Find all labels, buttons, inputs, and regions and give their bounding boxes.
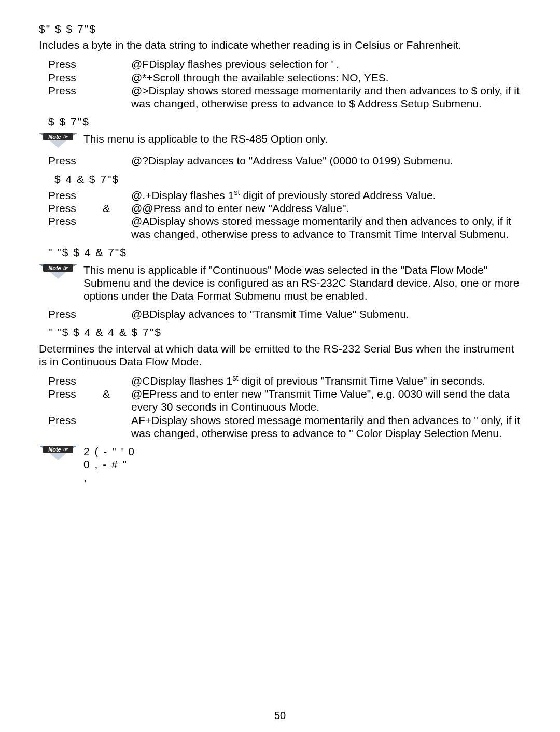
heading-address-setup: $ $ 7"$ bbox=[48, 115, 521, 128]
note-icon: Note ☞ bbox=[39, 133, 77, 149]
note-icon: Note ☞ bbox=[39, 264, 77, 280]
heading-celsius-fahrenheit: $" $ $ 7"$ bbox=[39, 22, 521, 35]
step-row: Press @BDisplay advances to "Transmit Ti… bbox=[48, 307, 521, 320]
press-label: Press bbox=[48, 154, 131, 167]
svg-text:Note ☞: Note ☞ bbox=[48, 265, 68, 271]
step-row: Press AF+Display shows stored message mo… bbox=[48, 414, 521, 440]
heading-address-value: $ 4 & $ 7"$ bbox=[54, 173, 521, 186]
note-rs485: Note ☞ This menu is applicable to the RS… bbox=[39, 132, 521, 149]
press-label: Press bbox=[48, 202, 103, 215]
heading-transmit-interval: " "$ $ 4 & 7"$ bbox=[48, 246, 521, 259]
note-text: 2 ( - " ' 0 0 , - # " , bbox=[83, 445, 521, 484]
press-desc: AF+Display shows stored message momentar… bbox=[131, 414, 521, 440]
note-bottom: Note ☞ 2 ( - " ' 0 0 , - # " , bbox=[39, 445, 521, 484]
press-desc: @?Display advances to "Address Value" (0… bbox=[131, 154, 521, 167]
step-row: Press & @@Press and to enter new "Addres… bbox=[48, 202, 521, 215]
step-row: Press & @EPress and to enter new "Transm… bbox=[48, 387, 521, 413]
steps-sec3: Press @.+Display flashes 1st digit of pr… bbox=[48, 189, 521, 241]
press-desc: @.+Display flashes 1st digit of previous… bbox=[131, 189, 521, 202]
press-label: Press bbox=[48, 58, 131, 71]
step-row: Press @FDisplay flashes previous selecti… bbox=[48, 58, 521, 71]
note-continuous: Note ☞ This menu is applicable if "Conti… bbox=[39, 263, 521, 303]
press-label: Press bbox=[48, 71, 131, 84]
press-label: Press bbox=[48, 374, 103, 387]
press-and: & bbox=[103, 387, 131, 400]
press-label: Press bbox=[48, 215, 103, 228]
svg-text:Note ☞: Note ☞ bbox=[48, 446, 68, 453]
note-icon: Note ☞ bbox=[39, 446, 77, 461]
note-text: This menu is applicable if "Continuous" … bbox=[83, 263, 521, 303]
press-desc: @CDisplay flashes 1st digit of previous … bbox=[131, 374, 521, 387]
press-and: & bbox=[103, 202, 131, 215]
press-desc: @*+Scroll through the available selectio… bbox=[131, 71, 521, 84]
step-row: Press @ADisplay shows stored message mom… bbox=[48, 215, 521, 241]
step-row: Press @?Display advances to "Address Val… bbox=[48, 154, 521, 167]
press-desc: @>Display shows stored message momentari… bbox=[131, 84, 521, 110]
note-text: This menu is applicable to the RS-485 Op… bbox=[83, 132, 521, 145]
intro-celsius-fahrenheit: Includes a byte in the data string to in… bbox=[39, 38, 521, 51]
press-desc: @FDisplay flashes previous selection for… bbox=[131, 58, 521, 71]
step-row: Press @*+Scroll through the available se… bbox=[48, 71, 521, 84]
step-row: Press @.+Display flashes 1st digit of pr… bbox=[48, 189, 521, 202]
press-desc: @BDisplay advances to "Transmit Time Val… bbox=[131, 307, 521, 320]
press-desc: @ADisplay shows stored message momentari… bbox=[131, 215, 521, 241]
steps-sec5: Press @CDisplay flashes 1st digit of pre… bbox=[48, 374, 521, 440]
press-desc: @@Press and to enter new "Address Value"… bbox=[131, 202, 521, 215]
step-row: Press @>Display shows stored message mom… bbox=[48, 84, 521, 110]
steps-sec4: Press @BDisplay advances to "Transmit Ti… bbox=[48, 307, 521, 320]
page-number: 50 bbox=[0, 709, 560, 722]
steps-sec2: Press @?Display advances to "Address Val… bbox=[48, 154, 521, 167]
press-label: Press bbox=[48, 414, 103, 427]
svg-text:Note ☞: Note ☞ bbox=[48, 134, 68, 140]
step-row: Press @CDisplay flashes 1st digit of pre… bbox=[48, 374, 521, 387]
heading-transmit-value: " "$ $ 4 & 4 & $ 7"$ bbox=[48, 326, 521, 339]
press-label: Press bbox=[48, 189, 103, 202]
intro-transmit-value: Determines the interval at which data wi… bbox=[39, 342, 521, 368]
press-label: Press bbox=[48, 307, 131, 320]
steps-sec1: Press @FDisplay flashes previous selecti… bbox=[48, 58, 521, 110]
press-label: Press bbox=[48, 84, 131, 97]
press-label: Press bbox=[48, 387, 103, 400]
press-desc: @EPress and to enter new "Transmit Time … bbox=[131, 387, 521, 413]
